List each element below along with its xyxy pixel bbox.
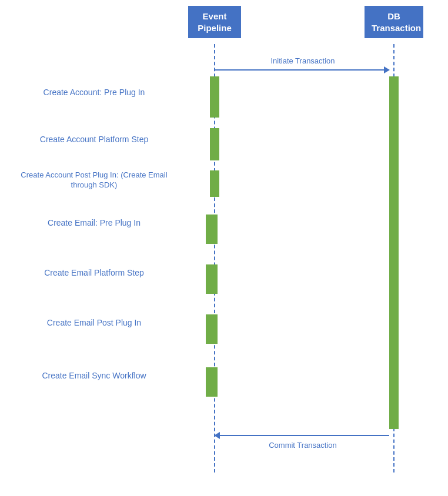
- header-event-pipeline: Event Pipeline: [188, 6, 241, 38]
- db-bar: [389, 76, 399, 429]
- commit-transaction-label: Commit Transaction: [229, 441, 376, 450]
- green-block-create-email-sync: [206, 367, 218, 397]
- label-create-email-post: Create Email Post Plug In: [12, 317, 176, 328]
- initiate-transaction-arrow: [215, 69, 389, 71]
- green-block-create-email-platform: [206, 264, 218, 294]
- commit-transaction-arrow: [215, 435, 389, 436]
- label-create-email-sync: Create Email Sync Workflow: [12, 370, 176, 381]
- green-block-create-account-platform: [210, 128, 219, 160]
- diagram-container: Event Pipeline DB Transaction Initiate T…: [0, 0, 448, 496]
- green-block-create-email-pre: [206, 215, 218, 244]
- initiate-transaction-label: Initiate Transaction: [229, 56, 376, 65]
- green-block-create-account-post: [210, 170, 219, 197]
- label-create-email-pre: Create Email: Pre Plug In: [12, 217, 176, 228]
- green-block-create-account-pre: [210, 76, 219, 118]
- label-create-account-post: Create Account Post Plug In: (Create Ema…: [12, 170, 176, 190]
- green-block-create-email-post: [206, 314, 218, 344]
- label-create-account-platform: Create Account Platform Step: [12, 134, 176, 145]
- label-create-account-pre: Create Account: Pre Plug In: [12, 87, 176, 98]
- label-create-email-platform: Create Email Platform Step: [12, 267, 176, 278]
- header-db-transaction: DB Transaction: [365, 6, 423, 38]
